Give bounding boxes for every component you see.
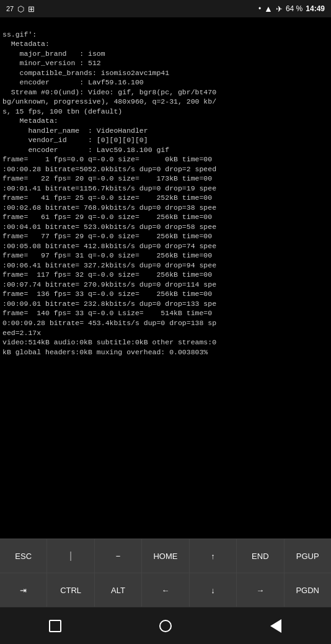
airplane-icon: ✈ (276, 4, 283, 14)
key-end[interactable]: END (237, 539, 284, 573)
key-ctrl[interactable]: CTRL (47, 573, 94, 607)
status-right: • ▲ ✈ 64 % 14:49 (258, 4, 325, 14)
terminal-output: ss.gif': Metadata: major_brand : isom mi… (0, 17, 331, 539)
key-right[interactable]: → (237, 573, 284, 607)
key-left[interactable]: ← (142, 573, 189, 607)
keyboard-row-2: ⇥CTRLALT←↓→PGDN (0, 573, 331, 607)
key-up[interactable]: ↑ (190, 539, 237, 573)
key-pipe[interactable]: | (47, 539, 94, 573)
home-button[interactable] (152, 612, 179, 640)
time-text: 14:49 (306, 4, 325, 13)
key-pgdn[interactable]: PGDN (285, 573, 331, 607)
back-button[interactable] (42, 612, 69, 640)
keyboard-row-1: ESC|−HOME↑ENDPGUP (0, 539, 331, 573)
dot-indicator: • (258, 4, 261, 13)
recents-button[interactable] (262, 612, 289, 640)
key-esc[interactable]: ESC (0, 539, 47, 573)
key-tab[interactable]: ⇥ (0, 573, 47, 607)
home-icon (159, 620, 172, 632)
key-pgup[interactable]: PGUP (285, 539, 331, 573)
key-alt[interactable]: ALT (95, 573, 142, 607)
termux-icon: ⊞ (28, 4, 35, 14)
nav-bar (0, 607, 331, 644)
status-left: 27 ⬡ ⊞ (6, 4, 35, 14)
key-minus[interactable]: − (95, 539, 142, 573)
recents-icon (270, 619, 281, 633)
battery-text: 64 % (286, 4, 302, 13)
cpu-label: 27 (6, 5, 14, 12)
key-home[interactable]: HOME (142, 539, 189, 573)
key-down[interactable]: ↓ (190, 573, 237, 607)
keyboard-area: ESC|−HOME↑ENDPGUP ⇥CTRLALT←↓→PGDN (0, 539, 331, 607)
status-bar: 27 ⬡ ⊞ • ▲ ✈ 64 % 14:49 (0, 0, 331, 17)
terminal-text: ss.gif': Metadata: major_brand : isom mi… (2, 30, 216, 356)
back-icon (49, 620, 61, 632)
wifi-icon: ▲ (264, 4, 273, 14)
shell-icon: ⬡ (17, 4, 24, 14)
